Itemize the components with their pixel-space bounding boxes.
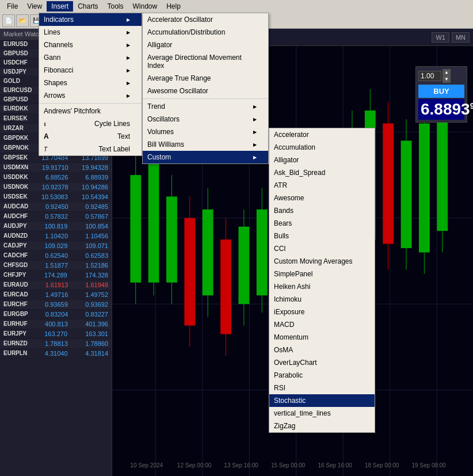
custom-accelerator[interactable]: Accelerator bbox=[269, 128, 375, 141]
custom-stochastic[interactable]: Stochastic bbox=[269, 394, 375, 407]
menu-item-cycle[interactable]: ⫾Cycle Lines bbox=[39, 117, 142, 130]
menu-item-textlabel[interactable]: TText Label bbox=[39, 143, 142, 155]
ind-accelerator[interactable]: Accelerator Oscillator bbox=[143, 13, 268, 26]
buy-fraction: 93 bbox=[452, 100, 470, 118]
custom-parabolic[interactable]: Parabolic bbox=[269, 369, 375, 382]
tf-w1[interactable]: W1 bbox=[432, 32, 449, 43]
custom-momentum[interactable]: Momentum bbox=[269, 331, 375, 344]
menu-window[interactable]: Window bbox=[128, 1, 162, 12]
ind-admi[interactable]: Average Directional Movement Index bbox=[143, 51, 268, 72]
lot-input[interactable] bbox=[418, 71, 441, 81]
menu-item-channels[interactable]: Channels bbox=[39, 39, 142, 51]
watchlist-row[interactable]: EURAUD 1.61913 1.61948 bbox=[0, 280, 112, 290]
cycle-icon: ⫾ bbox=[44, 121, 47, 127]
menu-item-text[interactable]: AText bbox=[39, 130, 142, 143]
watchlist-row[interactable]: EURNZD 1.78813 1.78860 bbox=[0, 339, 112, 349]
watchlist-row[interactable]: CADJPY 109.029 109.071 bbox=[0, 241, 112, 251]
menu-item-arrows[interactable]: Arrows bbox=[39, 89, 142, 102]
menu-item-lines[interactable]: Lines bbox=[39, 26, 142, 39]
ind-atr[interactable]: Average True Range bbox=[143, 72, 268, 85]
ind-alligator[interactable]: Alligator bbox=[143, 39, 268, 51]
custom-askbid[interactable]: Ask_Bid_Spread bbox=[269, 166, 375, 179]
symbol-label: EURCUSD bbox=[3, 87, 32, 93]
ind-accumulation[interactable]: Accumulation/Distribution bbox=[143, 26, 268, 39]
watchlist-row[interactable]: EURHUF 400.813 401.396 bbox=[0, 319, 112, 329]
menu-item-andrews[interactable]: Andrews' Pitchfork bbox=[39, 105, 142, 117]
custom-vtl[interactable]: vertical_time_lines bbox=[269, 407, 375, 420]
ind-volumes[interactable]: Volumes bbox=[143, 125, 268, 138]
custom-osma[interactable]: OsMA bbox=[269, 344, 375, 356]
symbol-label: GBPUSD bbox=[3, 50, 28, 56]
custom-heikenashi[interactable]: Heiken Ashi bbox=[269, 280, 375, 293]
symbol-label: USDNOK bbox=[3, 184, 28, 191]
symbol-label: EURDKK bbox=[3, 105, 28, 112]
menu-item-fibonacci[interactable]: Fibonacci bbox=[39, 64, 142, 77]
custom-iexposure[interactable]: iExposure bbox=[269, 306, 375, 318]
lot-down[interactable]: ▼ bbox=[443, 76, 451, 83]
menu-view[interactable]: View bbox=[22, 1, 47, 12]
custom-atr[interactable]: ATR bbox=[269, 179, 375, 192]
lot-up[interactable]: ▲ bbox=[443, 69, 451, 76]
watchlist-row[interactable]: AUDCAD 0.92450 0.92485 bbox=[0, 202, 112, 212]
custom-simplepanel[interactable]: SimplePanel bbox=[269, 268, 375, 280]
watchlist-row[interactable]: CADCHF 0.62540 0.62583 bbox=[0, 251, 112, 261]
ask-price: 163.301 bbox=[85, 330, 108, 337]
watchlist-row[interactable]: USDNOK 10.92378 10.94286 bbox=[0, 182, 112, 192]
custom-ichimoku[interactable]: Ichimoku bbox=[269, 293, 375, 306]
custom-zigzag[interactable]: ZigZag bbox=[269, 420, 375, 432]
custom-accumulation[interactable]: Accumulation bbox=[269, 141, 375, 154]
buy-button[interactable]: BUY bbox=[418, 85, 464, 98]
ind-awesome[interactable]: Awesome Oscillator bbox=[143, 85, 268, 97]
symbol-label: EURPLN bbox=[3, 350, 27, 357]
menu-item-indicators[interactable]: Indicators bbox=[39, 13, 142, 26]
watchlist-row[interactable]: EURCHF 0.93659 0.93692 bbox=[0, 300, 112, 310]
buy-price: 6.88 bbox=[421, 100, 452, 118]
custom-movingavg[interactable]: Custom Moving Averages bbox=[269, 255, 375, 268]
menu-insert[interactable]: Insert bbox=[47, 1, 73, 12]
watchlist-row[interactable]: EURGBP 0.83204 0.83227 bbox=[0, 310, 112, 319]
watchlist-row[interactable]: EURCAD 1.49716 1.49752 bbox=[0, 290, 112, 300]
custom-cci[interactable]: CCI bbox=[269, 242, 375, 255]
open-btn[interactable]: 📂 bbox=[16, 14, 29, 27]
custom-awesome[interactable]: Awesome bbox=[269, 192, 375, 204]
custom-bands[interactable]: Bands bbox=[269, 204, 375, 217]
ind-custom[interactable]: Custom bbox=[143, 151, 268, 163]
menu-tools[interactable]: Tools bbox=[103, 1, 128, 12]
watchlist-row[interactable]: CHFJPY 174.289 174.328 bbox=[0, 271, 112, 280]
custom-alligator[interactable]: Alligator bbox=[269, 154, 375, 166]
menu-bar: File View Insert Charts Tools Window Hel… bbox=[0, 0, 473, 13]
ask-price: 0.57867 bbox=[85, 213, 108, 220]
watchlist-row[interactable]: AUDNZD 1.10420 1.10456 bbox=[0, 231, 112, 241]
tf-mn[interactable]: MN bbox=[452, 32, 470, 43]
bid-price: 4.31040 bbox=[45, 350, 68, 357]
custom-overlaychart[interactable]: OverLayChart bbox=[269, 356, 375, 369]
menu-item-gann[interactable]: Gann bbox=[39, 51, 142, 64]
svg-text:19 Sep 08:00: 19 Sep 08:00 bbox=[411, 462, 446, 469]
watchlist-row[interactable]: CHFSGD 1.51877 1.52186 bbox=[0, 261, 112, 271]
ind-billwilliams[interactable]: Bill Williams bbox=[143, 138, 268, 151]
ind-trend[interactable]: Trend bbox=[143, 100, 268, 113]
watchlist-row[interactable]: AUDCHF 0.57832 0.57867 bbox=[0, 212, 112, 222]
ask-price: 0.92485 bbox=[85, 203, 108, 210]
watchlist-row[interactable]: USDSEK 10.53083 10.54394 bbox=[0, 192, 112, 202]
ind-oscillators[interactable]: Oscillators bbox=[143, 113, 268, 125]
watchlist-row[interactable]: EURPLN 4.31040 4.31814 bbox=[0, 349, 112, 359]
symbol-label: CADJPY bbox=[3, 242, 27, 249]
ask-price: 1.61948 bbox=[85, 281, 108, 288]
menu-help[interactable]: Help bbox=[162, 1, 185, 12]
custom-macd[interactable]: MACD bbox=[269, 318, 375, 331]
watchlist-row[interactable]: EURJPY 163.270 163.301 bbox=[0, 329, 112, 339]
symbol-label: CADCHF bbox=[3, 252, 28, 259]
menu-file[interactable]: File bbox=[2, 1, 22, 12]
watchlist-row[interactable]: USDDKK 6.88526 6.88939 bbox=[0, 173, 112, 182]
custom-rsi[interactable]: RSI bbox=[269, 382, 375, 394]
menu-charts[interactable]: Charts bbox=[73, 1, 102, 12]
custom-bears[interactable]: Bears bbox=[269, 217, 375, 230]
new-btn[interactable]: 📄 bbox=[2, 14, 15, 27]
watchlist-row[interactable]: USDMXN 19.91710 19.94328 bbox=[0, 163, 112, 173]
bid-price: 1.10420 bbox=[45, 233, 68, 239]
menu-item-shapes[interactable]: Shapes bbox=[39, 77, 142, 89]
watchlist-row[interactable]: AUDJPY 100.819 100.854 bbox=[0, 222, 112, 231]
custom-bulls[interactable]: Bulls bbox=[269, 230, 375, 242]
symbol-label: USDMXN bbox=[3, 164, 28, 171]
